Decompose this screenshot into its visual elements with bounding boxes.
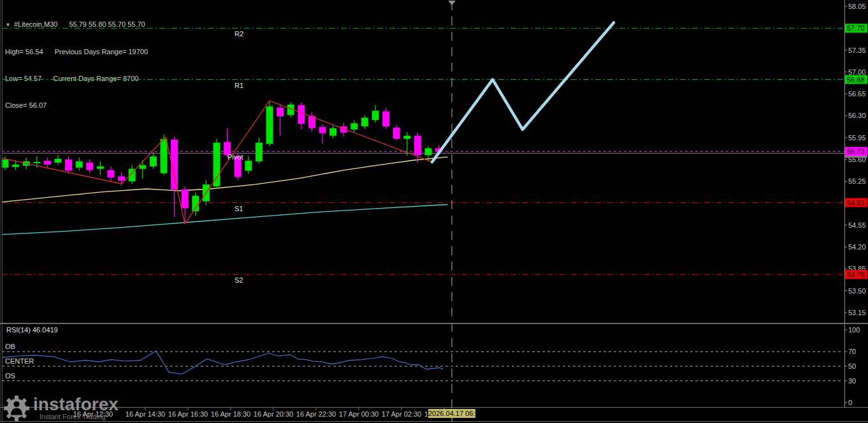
candle-bear: [108, 170, 115, 178]
time-axis-label: 16 Apr 18:30: [211, 410, 250, 418]
price-axis-label: 55.25: [848, 177, 866, 185]
rsi-line: [2, 351, 443, 374]
candle-bull: [256, 143, 263, 161]
logo-tagline-text: Instant Forex Trading: [40, 413, 119, 420]
price-axis-label: 54.20: [848, 243, 866, 251]
pivot-level-label-r1: R1: [235, 82, 243, 89]
rsi-name: RSI(14): [6, 326, 31, 334]
time-axis-label: 16 Apr 20:30: [254, 410, 293, 418]
moving-average-cyan: [2, 205, 447, 235]
candle-bull: [245, 161, 252, 171]
rsi-level-label-ob: OB: [5, 343, 15, 350]
candle-bear: [118, 176, 125, 181]
pivot-level-label-s1: S1: [235, 205, 243, 212]
price-axis-label: 58.05: [848, 3, 866, 10]
time-axis-label: 17 Apr 02:30: [382, 410, 421, 418]
logo-brand-text: instaforex: [33, 396, 119, 413]
rsi-axis-label: 50: [848, 362, 856, 370]
price-badge-value: 53.76: [847, 271, 865, 278]
candle-bull: [12, 165, 19, 167]
candle-bull: [425, 148, 432, 155]
time-axis-label: 17 Apr 00:30: [339, 410, 379, 418]
rsi-indicator-title: RSI(14) 46.0419: [6, 326, 58, 334]
candle-bear: [86, 163, 93, 170]
candle-bear: [298, 105, 305, 124]
price-badge-value: 57.70: [847, 24, 865, 32]
candle-bull: [213, 143, 221, 187]
separator-marker-icon: [448, 1, 456, 5]
pivot-level-label-pivot: Pivot: [228, 153, 243, 161]
candle-bear: [277, 108, 284, 117]
rsi-axis-label: 30: [848, 377, 856, 385]
time-axis-label: 16 Apr 22:30: [296, 410, 336, 418]
candle-bear: [319, 127, 326, 133]
rsi-level-label-center: CENTER: [5, 357, 34, 365]
candle-bear: [44, 161, 51, 165]
price-badge-value: 56.88: [847, 76, 865, 84]
trading-chart-window: ▼#Litecoin,M3055.79 55.80 55.70 55.70 Hi…: [0, 0, 868, 423]
candle-bear: [65, 160, 72, 171]
candle-bull: [139, 165, 146, 169]
candle-bear: [182, 189, 189, 208]
panel-divider[interactable]: [0, 323, 868, 324]
price-axis-label: 56.30: [848, 112, 866, 119]
candle-bull: [33, 162, 40, 163]
highlighted-date-chip: 2026.04.17 06:30: [428, 409, 475, 418]
price-axis-label: 53.50: [848, 287, 866, 295]
candle-bull: [351, 123, 358, 130]
candle-bear: [393, 128, 400, 139]
price-axis-label: 56.65: [848, 90, 866, 98]
time-axis-label: 16 Apr 14:30: [126, 410, 165, 418]
forecast-projection-line: [432, 23, 614, 162]
price-axis-label: 55.95: [848, 134, 866, 142]
rsi-axis-label: 70: [848, 348, 856, 355]
rsi-value: 46.0419: [33, 326, 58, 334]
price-badge-value: 54.91: [847, 199, 865, 207]
pivot-level-label-r2: R2: [235, 30, 243, 38]
candle-bull: [2, 160, 9, 168]
price-axis-label: 54.55: [848, 221, 866, 229]
rsi-axis-label: 100: [848, 326, 860, 334]
candle-bull: [403, 136, 410, 139]
price-badge-value: 55.73: [847, 147, 865, 155]
candle-bear: [382, 112, 389, 127]
candle-bull: [150, 156, 157, 167]
candle-bull: [329, 128, 336, 136]
candle-bull: [266, 107, 273, 144]
gear-person-icon: [3, 395, 30, 422]
chart-canvas[interactable]: R2R1PivotS1S258.0557.3557.0056.6556.3055…: [0, 0, 868, 423]
time-axis-label: 16 Apr 16:30: [168, 410, 208, 418]
candle-bear: [414, 136, 421, 155]
rsi-axis-label: 0: [848, 399, 852, 406]
price-axis-label: 57.35: [848, 47, 866, 54]
candle-bull: [372, 111, 379, 121]
candle-bull: [161, 139, 168, 174]
pivot-level-label-s2: S2: [235, 276, 243, 284]
candle-bull: [76, 161, 83, 168]
price-axis-label: 53.15: [848, 309, 866, 316]
price-axis-label: 57.00: [848, 68, 866, 76]
candle-bull: [97, 167, 104, 169]
candle-bull: [361, 117, 368, 126]
candle-bull: [55, 159, 62, 163]
instaforex-logo: instaforex Instant Forex Trading: [3, 395, 119, 422]
rsi-level-label-os: OS: [5, 372, 15, 380]
